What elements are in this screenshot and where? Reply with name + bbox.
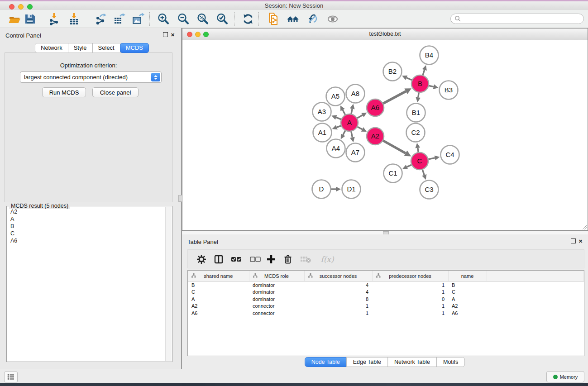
export-image-icon — [132, 13, 144, 25]
session-title: Session: New Session — [0, 1, 588, 10]
tab-network[interactable]: Network — [35, 43, 68, 53]
apply-layout-refresh-button[interactable] — [240, 11, 256, 27]
criterion-dropdown[interactable]: largest connected component (directed) — [20, 71, 162, 83]
tab-node-table[interactable]: Node Table — [305, 357, 347, 367]
memory-label: Memory — [560, 374, 578, 380]
unchecked-boxes-icon — [250, 256, 261, 262]
graph-edge-arrow — [435, 156, 440, 161]
graph-node-label-D: D — [319, 185, 324, 193]
column-header-predecessor-nodes[interactable]: predecessor nodes — [372, 271, 448, 281]
table-panel: Table Panel ✕ — [182, 234, 588, 369]
float-panel-icon[interactable] — [163, 32, 168, 38]
list-item[interactable]: A2 — [8, 208, 165, 215]
column-header-name[interactable]: name — [448, 271, 487, 281]
list-item[interactable]: C — [8, 230, 165, 237]
close-traffic-light[interactable] — [9, 4, 14, 10]
tab-mcds[interactable]: MCDS — [120, 43, 149, 53]
float-panel-icon[interactable] — [571, 238, 576, 244]
select-all-button[interactable] — [229, 253, 243, 266]
zoom-traffic-light[interactable] — [203, 32, 209, 37]
table-row[interactable]: C dominator 4 1 C — [188, 289, 584, 296]
list-item[interactable]: A6 — [8, 237, 165, 244]
mcds-tab-content: Optimization criterion: largest connecte… — [5, 52, 172, 202]
function-builder-button[interactable]: f(x) — [318, 253, 336, 266]
open-session-button[interactable] — [6, 11, 23, 27]
network-window-title: testGlobe.txt — [182, 29, 588, 40]
column-header-mcds-role[interactable]: MCDS role — [249, 271, 304, 281]
import-table-icon — [68, 13, 81, 25]
status-bar: Memory — [0, 369, 588, 383]
export-network-button[interactable] — [93, 11, 109, 27]
shared-column-icon — [253, 273, 258, 278]
tab-network-table[interactable]: Network Table — [387, 357, 437, 367]
hide-details-icon — [306, 13, 319, 25]
close-panel-button[interactable]: Close panel — [92, 87, 139, 97]
table-row[interactable]: A6 connector 1 1 A6 — [188, 310, 584, 317]
close-panel-icon[interactable]: ✕ — [578, 238, 583, 244]
memory-button[interactable]: Memory — [546, 371, 584, 382]
zoom-out-button[interactable] — [175, 11, 191, 27]
search-input[interactable] — [463, 15, 583, 23]
minimize-traffic-light[interactable] — [18, 4, 24, 10]
zoom-fit-button[interactable] — [195, 11, 211, 27]
minimize-traffic-light[interactable] — [195, 32, 201, 37]
control-panel-title: Control Panel — [5, 32, 41, 39]
eye-icon — [326, 13, 339, 25]
create-column-button[interactable] — [264, 253, 278, 266]
toolbar-separator — [88, 12, 88, 26]
export-image-button[interactable] — [130, 11, 146, 27]
toolbar-separator — [41, 12, 41, 26]
deselect-all-button[interactable] — [249, 253, 262, 266]
run-mcds-button[interactable]: Run MCDS — [42, 87, 86, 97]
tab-style[interactable]: Style — [68, 43, 93, 53]
graph-node-label-C3: C3 — [425, 186, 433, 193]
list-item[interactable]: B — [8, 223, 165, 230]
export-table-button[interactable] — [111, 11, 127, 27]
network-canvas[interactable]: AA1A2A3A4A5A6A7A8BB1B2B3B4CC1C2C3C4DD1 — [182, 40, 588, 230]
zoom-fit-icon — [196, 13, 209, 25]
search-box[interactable] — [450, 14, 584, 24]
clone-network-button[interactable] — [265, 11, 282, 27]
network-view-window: testGlobe.txt AA1A2A3A4A5A6A7A8BB1B2B3B4… — [182, 28, 588, 231]
graph-node-label-A: A — [347, 119, 352, 126]
show-hide-columns-button[interactable] — [212, 253, 225, 266]
tab-edge-table[interactable]: Edge Table — [346, 357, 388, 367]
zoom-selected-button[interactable] — [214, 11, 230, 27]
hide-graphics-details-button[interactable] — [304, 11, 320, 27]
zoom-traffic-light[interactable] — [27, 4, 33, 10]
memory-status-icon — [553, 375, 558, 379]
close-traffic-light[interactable] — [187, 32, 192, 37]
network-window-titlebar[interactable]: testGlobe.txt — [182, 29, 588, 40]
table-options-button[interactable] — [195, 253, 208, 266]
column-header-filler — [487, 271, 584, 281]
import-network-button[interactable] — [46, 11, 62, 27]
graph-node-label-D1: D1 — [347, 185, 355, 193]
table-header-row: shared name MCDS role — [188, 271, 584, 281]
result-scrollbar[interactable] — [165, 207, 172, 361]
graph-node-label-A4: A4 — [332, 144, 340, 152]
delete-columns-button[interactable] — [281, 253, 295, 266]
table-row[interactable]: B dominator 4 1 B — [188, 281, 584, 289]
zoom-in-button[interactable] — [155, 11, 172, 27]
import-table-button[interactable] — [66, 11, 82, 27]
toolbar-separator — [234, 12, 234, 26]
resize-grip-icon[interactable] — [582, 224, 587, 230]
toolbar-separator — [258, 12, 259, 26]
column-header-shared-name[interactable]: shared name — [188, 271, 249, 281]
tab-motifs[interactable]: Motifs — [436, 357, 465, 367]
dropdown-stepper-icon — [151, 73, 160, 81]
tab-select[interactable]: Select — [92, 43, 120, 53]
delete-table-button[interactable] — [299, 253, 312, 266]
graph-edge-arrow — [336, 187, 341, 192]
close-panel-icon[interactable]: ✕ — [171, 32, 175, 38]
home-houses-icon — [286, 12, 300, 26]
bird-eye-view-button[interactable] — [325, 11, 341, 27]
table-row[interactable]: A2 connector 1 1 A2 — [188, 303, 584, 310]
task-history-button[interactable] — [4, 372, 18, 382]
list-item[interactable]: A — [8, 215, 165, 223]
home-button[interactable] — [285, 11, 301, 27]
graph-node-label-B2: B2 — [388, 67, 397, 75]
table-row[interactable]: A dominator 8 0 A — [188, 295, 584, 303]
save-session-button[interactable] — [22, 11, 38, 27]
column-header-successor-nodes[interactable]: successor nodes — [304, 271, 372, 281]
